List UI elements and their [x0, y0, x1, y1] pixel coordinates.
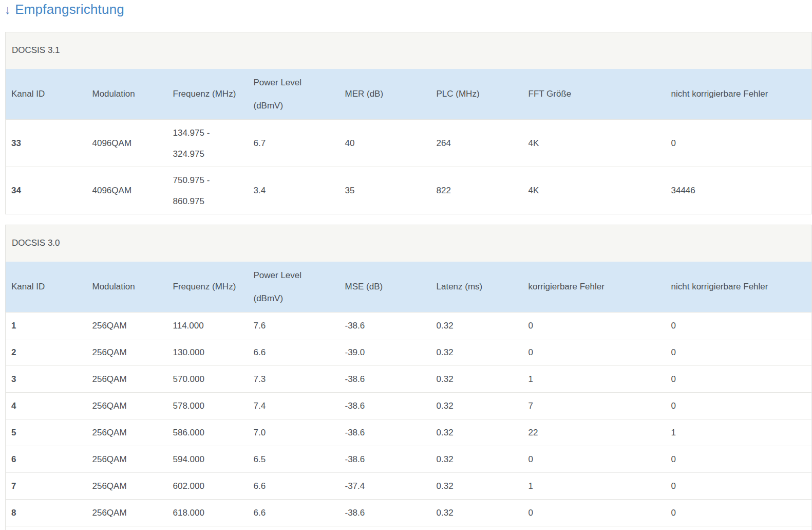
cell-modulation: 256QAM [87, 419, 167, 446]
col-power-level-line2: (dBmV) [254, 287, 335, 310]
cell-kanal-id: 33 [6, 120, 87, 167]
cell-frequenz: 594.000 [167, 446, 248, 473]
cell-mer: 35 [339, 167, 431, 214]
cell-plc: 822 [431, 167, 523, 214]
col-plc: PLC (MHz) [431, 69, 523, 120]
col-fft-groesse: FFT Größe [523, 69, 666, 120]
docsis31-header-row: Kanal ID Modulation Frequenz (MHz) Power… [6, 69, 812, 120]
cell-correctable-errors: 7 [523, 393, 666, 419]
cell-modulation: 256QAM [87, 473, 167, 500]
cell-latenz: 0.32 [431, 366, 523, 393]
docsis30-caption: DOCSIS 3.0 [6, 225, 812, 262]
cell-power-level: 6.6 [248, 339, 339, 366]
cell-mse: -38.6 [339, 393, 431, 419]
cell-latenz: 0.32 [431, 393, 523, 419]
cell-correctable-errors: 1 [523, 366, 666, 393]
cell-modulation: 256QAM [87, 446, 167, 473]
table-row-channel-8: 8 256QAM 618.000 6.6 -38.6 0.32 0 0 [6, 500, 812, 526]
col-mer: MER (dB) [339, 69, 431, 120]
docsis31-caption: DOCSIS 3.1 [6, 32, 812, 69]
cell-uncorrectable-errors: 1 [666, 419, 812, 446]
section-title-text: Empfangsrichtung [15, 2, 124, 17]
col-kanal-id: Kanal ID [6, 262, 87, 313]
table-row-channel-5: 5 256QAM 586.000 7.0 -38.6 0.32 22 1 [6, 419, 812, 446]
cell-uncorrectable-errors: 0 [666, 473, 812, 500]
cell-frequenz-range: 750.975 - 860.975 [167, 167, 248, 214]
cell-frequenz: 618.000 [167, 500, 248, 526]
cell-uncorrectable-errors: 34446 [666, 167, 812, 214]
cell-latenz: 0.32 [431, 500, 523, 526]
cell-latenz: 0.32 [431, 446, 523, 473]
col-correctable-errors: korrigierbare Fehler [523, 262, 666, 313]
cell-power-level: 7.6 [248, 313, 339, 339]
cell-correctable-errors: 1 [523, 473, 666, 500]
cell-uncorrectable-errors: 0 [666, 500, 812, 526]
cell-kanal-id: 3 [6, 366, 87, 393]
docsis30-header-row: Kanal ID Modulation Frequenz (MHz) Power… [6, 262, 812, 313]
cell-kanal-id: 4 [6, 393, 87, 419]
cell-latenz: 0.32 [431, 473, 523, 500]
cell-correctable-errors: 0 [523, 446, 666, 473]
docsis31-caption-row: DOCSIS 3.1 [6, 32, 812, 69]
cell-frequenz: 114.000 [167, 313, 248, 339]
cell-power-level: 7.4 [248, 393, 339, 419]
cell-power-level: 6.5 [248, 446, 339, 473]
col-power-level-line2: (dBmV) [254, 94, 335, 117]
cell-frequenz-end: 324.975 [173, 143, 244, 165]
cell-kanal-id: 34 [6, 167, 87, 214]
cell-frequenz: 602.000 [167, 473, 248, 500]
docsis30-caption-row: DOCSIS 3.0 [6, 225, 812, 262]
table-row-channel-1: 1 256QAM 114.000 7.6 -38.6 0.32 0 0 [6, 313, 812, 339]
col-frequenz: Frequenz (MHz) [167, 262, 248, 313]
cell-correctable-errors: 0 [523, 500, 666, 526]
cell-kanal-id: 1 [6, 313, 87, 339]
cell-mse: -38.6 [339, 366, 431, 393]
cell-uncorrectable-errors: 0 [666, 313, 812, 339]
page: ↓Empfangsrichtung DOCSIS 3.1 Kanal ID Mo… [0, 0, 812, 530]
cell-modulation: 4096QAM [87, 120, 167, 167]
docsis31-table: DOCSIS 3.1 Kanal ID Modulation Frequenz … [5, 32, 812, 214]
cell-frequenz: 578.000 [167, 393, 248, 419]
cell-frequenz-start: 750.975 - [173, 170, 244, 191]
cell-latenz: 0.32 [431, 339, 523, 366]
cell-latenz: 0.32 [431, 313, 523, 339]
table-row-channel-2: 2 256QAM 130.000 6.6 -39.0 0.32 0 0 [6, 339, 812, 366]
down-arrow-icon: ↓ [5, 3, 11, 16]
cell-power-level: 7.3 [248, 366, 339, 393]
cell-frequenz-start: 134.975 - [173, 122, 244, 143]
cell-power-level: 3.4 [248, 167, 339, 214]
cell-plc: 264 [431, 120, 523, 167]
section-toggle-empfangsrichtung[interactable]: ↓Empfangsrichtung [5, 2, 124, 17]
cell-mse: -38.6 [339, 446, 431, 473]
cell-uncorrectable-errors: 0 [666, 366, 812, 393]
cell-fft-groesse: 4K [523, 167, 666, 214]
col-modulation: Modulation [87, 262, 167, 313]
col-uncorrectable-errors: nicht korrigierbare Fehler [666, 69, 812, 120]
cell-modulation: 256QAM [87, 366, 167, 393]
cell-power-level: 6.7 [248, 120, 339, 167]
col-kanal-id: Kanal ID [6, 69, 87, 120]
table-row-channel-7: 7 256QAM 602.000 6.6 -37.4 0.32 1 0 [6, 473, 812, 500]
col-frequenz: Frequenz (MHz) [167, 69, 248, 120]
cell-mer: 40 [339, 120, 431, 167]
col-mse: MSE (dB) [339, 262, 431, 313]
cell-frequenz-range: 134.975 - 324.975 [167, 120, 248, 167]
col-power-level-line1: Power Level [254, 71, 335, 94]
cell-uncorrectable-errors: 0 [666, 393, 812, 419]
cell-kanal-id: 8 [6, 500, 87, 526]
cell-kanal-id: 5 [6, 419, 87, 446]
table-row-channel-33: 33 4096QAM 134.975 - 324.975 6.7 40 264 … [6, 120, 812, 167]
cell-uncorrectable-errors: 0 [666, 120, 812, 167]
cell-modulation: 256QAM [87, 500, 167, 526]
cell-mse: -38.6 [339, 500, 431, 526]
table-row-channel-6: 6 256QAM 594.000 6.5 -38.6 0.32 0 0 [6, 446, 812, 473]
cell-frequenz: 570.000 [167, 366, 248, 393]
col-modulation: Modulation [87, 69, 167, 120]
cell-mse: -39.0 [339, 339, 431, 366]
cell-frequenz: 586.000 [167, 419, 248, 446]
col-power-level-line1: Power Level [254, 264, 335, 287]
cell-kanal-id: 2 [6, 339, 87, 366]
col-power-level: Power Level (dBmV) [248, 69, 339, 120]
cell-modulation: 256QAM [87, 339, 167, 366]
cell-frequenz: 130.000 [167, 339, 248, 366]
